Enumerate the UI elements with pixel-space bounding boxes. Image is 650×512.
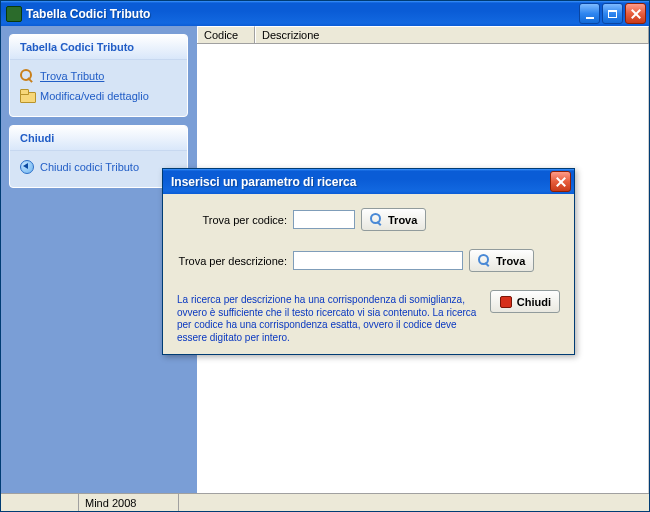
grid-header: Codice Descrizione <box>197 26 649 44</box>
trova-codice-button[interactable]: Trova <box>361 208 426 231</box>
dialog-close-button[interactable] <box>550 171 571 192</box>
sidebar-item-trova-tributo[interactable]: Trova Tributo <box>18 66 179 86</box>
titlebar[interactable]: Tabella Codici Tributo <box>1 1 649 26</box>
stop-icon <box>499 295 513 309</box>
column-header-descrizione[interactable]: Descrizione <box>255 26 649 43</box>
search-icon <box>478 254 492 268</box>
folder-icon <box>20 89 34 103</box>
panel-title: Chiudi <box>10 126 187 151</box>
sidebar-item-label: Modifica/vedi dettaglio <box>40 90 149 102</box>
button-label: Trova <box>388 214 417 226</box>
sidebar-item-label: Trova Tributo <box>40 70 104 82</box>
input-codice[interactable] <box>293 210 355 229</box>
sidebar-item-label: Chiudi codici Tributo <box>40 161 139 173</box>
trova-descrizione-button[interactable]: Trova <box>469 249 534 272</box>
status-cell <box>1 494 79 511</box>
chiudi-button[interactable]: Chiudi <box>490 290 560 313</box>
maximize-button[interactable] <box>602 3 623 24</box>
back-icon <box>20 160 34 174</box>
sidebar-item-modifica[interactable]: Modifica/vedi dettaglio <box>18 86 179 106</box>
button-label: Trova <box>496 255 525 267</box>
status-app: Mind 2008 <box>79 494 179 511</box>
search-icon <box>370 213 384 227</box>
window-title: Tabella Codici Tributo <box>26 7 579 21</box>
statusbar: Mind 2008 <box>1 493 649 511</box>
minimize-button[interactable] <box>579 3 600 24</box>
sidebar-item-chiudi[interactable]: Chiudi codici Tributo <box>18 157 179 177</box>
label-descrizione: Trova per descrizione: <box>177 255 287 267</box>
close-button[interactable] <box>625 3 646 24</box>
search-dialog: Inserisci un parametro di ricerca Trova … <box>162 168 575 355</box>
app-icon <box>6 6 22 22</box>
help-text: La ricerca per descrizione ha una corris… <box>177 294 480 344</box>
button-label: Chiudi <box>517 296 551 308</box>
search-icon <box>20 69 34 83</box>
column-header-codice[interactable]: Codice <box>197 26 255 43</box>
dialog-title: Inserisci un parametro di ricerca <box>171 175 550 189</box>
sidebar-panel-tabella: Tabella Codici Tributo Trova Tributo Mod… <box>9 34 188 117</box>
panel-title: Tabella Codici Tributo <box>10 35 187 60</box>
dialog-titlebar[interactable]: Inserisci un parametro di ricerca <box>163 169 574 194</box>
input-descrizione[interactable] <box>293 251 463 270</box>
label-codice: Trova per codice: <box>177 214 287 226</box>
